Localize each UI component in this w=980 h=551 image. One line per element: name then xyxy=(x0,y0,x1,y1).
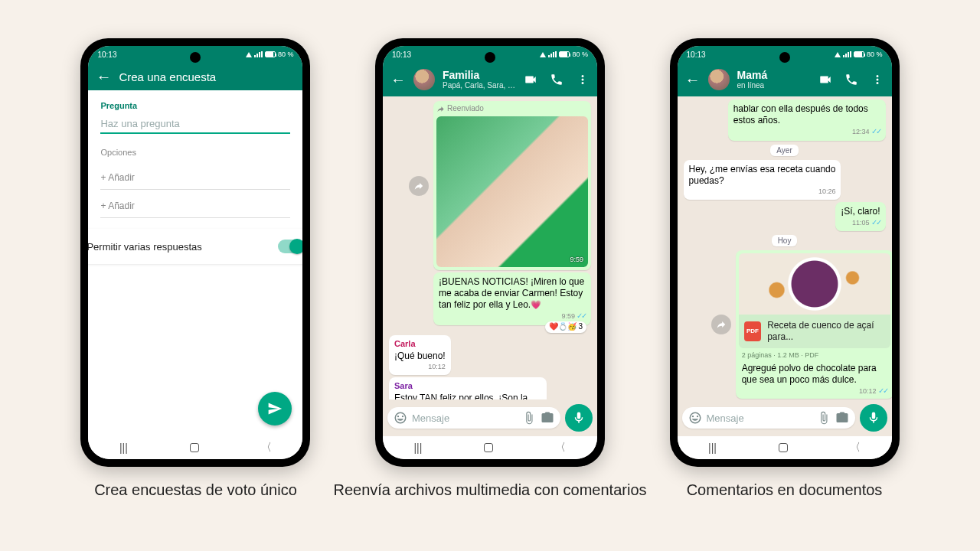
add-option-2[interactable]: + Añadir xyxy=(100,194,290,218)
back-icon[interactable]: ← xyxy=(390,72,406,87)
recents-icon[interactable]: ||| xyxy=(413,442,422,454)
signal-icon xyxy=(843,51,851,57)
attach-icon[interactable] xyxy=(817,411,831,425)
phones-row: 10:13 80 % ← Crea una encuesta Pregunta … xyxy=(80,38,899,500)
message-input[interactable]: Mensaje xyxy=(387,407,560,429)
caption-text: Agregué polvo de chocolate para que sea … xyxy=(742,363,877,385)
status-time: 10:13 xyxy=(687,51,706,59)
status-icons: 80 % xyxy=(835,51,883,58)
chat-app-bar: ← Mamá en línea xyxy=(678,63,892,96)
back-nav-icon[interactable]: 〈 xyxy=(261,441,272,455)
battery-pct: 80 % xyxy=(278,51,294,58)
message-text: Hey, ¿me envías esa receta cuando puedas… xyxy=(689,164,836,186)
caption-2: Reenvía archivos multimedia con comentar… xyxy=(333,481,646,500)
wifi-icon xyxy=(835,52,841,57)
reactions-pill[interactable]: ❤️💍🥳 3 xyxy=(545,321,586,333)
voice-call-icon[interactable] xyxy=(844,73,858,86)
more-icon[interactable] xyxy=(576,73,590,86)
mic-icon xyxy=(867,411,880,425)
input-bar: Mensaje xyxy=(383,399,597,436)
question-label: Pregunta xyxy=(90,90,301,115)
add-option-1[interactable]: + Añadir xyxy=(100,166,290,190)
status-icons: 80 % xyxy=(540,51,588,58)
mic-icon xyxy=(572,411,586,425)
poll-body: Pregunta Haz una pregunta Opciones + Aña… xyxy=(88,90,302,436)
battery-icon xyxy=(854,51,864,57)
message-text: ¡BUENAS NOTICIAS! ¡Miren lo que me acaba… xyxy=(439,276,584,310)
input-placeholder: Mensaje xyxy=(707,412,812,424)
document-name: Receta de cuenco de açaí para... xyxy=(767,320,884,343)
camera-dot xyxy=(485,52,495,63)
outgoing-message[interactable]: ¡Sí, claro! 11:05✓✓ xyxy=(835,202,885,232)
battery-icon xyxy=(559,51,570,57)
message-input[interactable]: Mensaje xyxy=(682,407,855,429)
date-separator: Hoy xyxy=(772,235,798,246)
message-text: ¡Sí, claro! xyxy=(841,206,880,217)
back-icon[interactable]: ← xyxy=(96,69,111,84)
video-call-icon[interactable] xyxy=(524,73,537,86)
wifi-icon xyxy=(246,52,252,57)
mic-button[interactable] xyxy=(860,404,887,432)
message-meta: 10:12 xyxy=(394,363,446,371)
send-poll-button[interactable] xyxy=(258,392,292,425)
signal-icon xyxy=(254,51,263,57)
chat-subtitle: en línea xyxy=(737,81,811,90)
incoming-message-carla[interactable]: Carla ¡Qué bueno! 10:12 xyxy=(389,335,451,375)
signal-icon xyxy=(548,51,557,57)
home-icon[interactable] xyxy=(190,443,199,452)
outgoing-message[interactable]: ¡BUENAS NOTICIAS! ¡Miren lo que me acaba… xyxy=(433,272,591,325)
message-meta: 9:59✓✓ xyxy=(439,311,586,321)
chat-titles[interactable]: Mamá en línea xyxy=(737,69,811,90)
question-input[interactable]: Haz una pregunta xyxy=(100,115,290,134)
camera-icon[interactable] xyxy=(541,411,554,425)
phone-frame-1: 10:13 80 % ← Crea una encuesta Pregunta … xyxy=(80,38,310,467)
sender-name: Sara xyxy=(394,381,541,392)
forwarded-photo[interactable]: 9:59 xyxy=(436,116,588,268)
avatar[interactable] xyxy=(708,69,730,90)
recents-icon[interactable]: ||| xyxy=(119,442,128,454)
home-icon[interactable] xyxy=(484,443,493,452)
video-call-icon[interactable] xyxy=(818,73,832,86)
outgoing-message-partial[interactable]: hablar con ella después de todos estos a… xyxy=(728,99,886,141)
allow-multiple-card[interactable]: Permitir varias respuestas xyxy=(88,229,302,264)
android-navbar: ||| 〈 xyxy=(383,436,597,459)
app-bar: ← Crea una encuesta xyxy=(88,63,302,90)
document-bubble[interactable]: PDF Receta de cuenco de açaí para... 2 p… xyxy=(736,250,892,399)
back-nav-icon[interactable]: 〈 xyxy=(555,441,566,455)
voice-call-icon[interactable] xyxy=(550,73,564,86)
chat-name: Familia xyxy=(443,69,516,81)
screen-3: 10:13 80 % ← Mamá en línea habla xyxy=(678,46,892,459)
home-icon[interactable] xyxy=(779,443,788,452)
document-row[interactable]: PDF Receta de cuenco de açaí para... xyxy=(739,315,890,348)
chat-body: Reenviado 9:59 ¡BUENAS NOTICIAS! ¡Miren … xyxy=(383,96,597,399)
back-nav-icon[interactable]: 〈 xyxy=(850,441,861,455)
incoming-message[interactable]: Hey, ¿me envías esa receta cuando puedas… xyxy=(684,160,841,200)
forwarded-label: Reenviado xyxy=(436,104,588,114)
back-icon[interactable]: ← xyxy=(685,72,701,87)
attach-icon[interactable] xyxy=(522,411,536,425)
document-preview-image xyxy=(739,253,890,315)
forward-button[interactable] xyxy=(409,176,429,196)
avatar[interactable] xyxy=(413,69,435,90)
phone-frame-3: 10:13 80 % ← Mamá en línea habla xyxy=(670,38,900,467)
emoji-icon[interactable] xyxy=(394,411,407,425)
more-icon[interactable] xyxy=(871,73,884,86)
sender-name: Carla xyxy=(394,339,446,350)
recents-icon[interactable]: ||| xyxy=(708,442,717,454)
chat-app-bar: ← Familia Papá, Carla, Sara, mamá... xyxy=(383,63,597,96)
date-separator: Ayer xyxy=(770,145,798,156)
battery-icon xyxy=(265,51,276,57)
forward-button[interactable] xyxy=(711,315,731,334)
battery-pct: 80 % xyxy=(867,51,883,58)
allow-multiple-toggle[interactable] xyxy=(278,240,302,253)
mic-button[interactable] xyxy=(565,404,593,432)
photo-time: 9:59 xyxy=(570,256,583,264)
chat-name: Mamá xyxy=(737,69,811,81)
emoji-icon[interactable] xyxy=(688,411,702,425)
camera-icon[interactable] xyxy=(835,411,849,425)
chat-titles[interactable]: Familia Papá, Carla, Sara, mamá... xyxy=(443,69,516,90)
screen-2: 10:13 80 % ← Familia Papá, Carla, Sara, … xyxy=(383,46,597,459)
forwarded-media-bubble[interactable]: Reenviado 9:59 xyxy=(433,101,591,270)
document-meta: 2 páginas · 1.2 MB · PDF xyxy=(739,351,890,360)
incoming-message-sara[interactable]: Sara Estoy TAN feliz por ellos. ¡Son la … xyxy=(389,377,547,399)
